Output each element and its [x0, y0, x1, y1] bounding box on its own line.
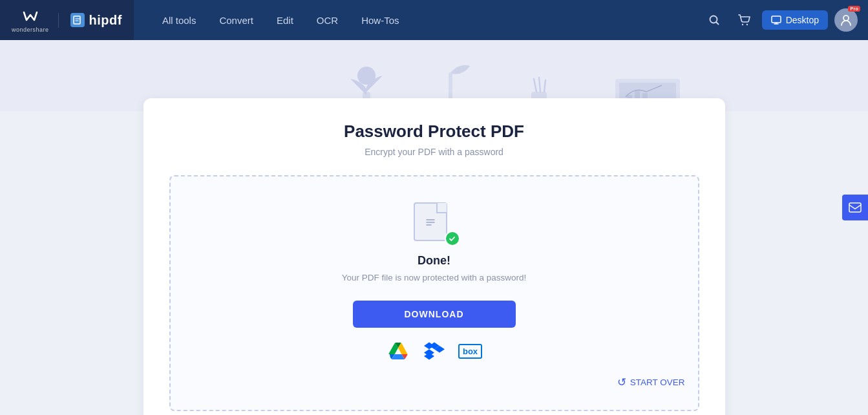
svg-point-2: [710, 16, 717, 23]
nav-all-tools[interactable]: All tools: [152, 10, 207, 31]
page-subtitle: Encrypt your PDF with a password: [169, 147, 699, 157]
nav-links: All tools Convert Edit OCR How-Tos: [152, 10, 703, 31]
navbar: wondershare hipdf All tools Convert Edit…: [0, 0, 868, 40]
nav-ocr[interactable]: OCR: [306, 10, 348, 31]
avatar: [834, 8, 858, 32]
svg-line-21: [539, 78, 540, 92]
search-button[interactable]: [703, 8, 726, 32]
nav-convert[interactable]: Convert: [209, 10, 264, 31]
svg-point-6: [843, 16, 849, 21]
checkmark-icon: [448, 235, 456, 243]
desktop-button[interactable]: Desktop: [762, 10, 828, 30]
nav-how-tos[interactable]: How-Tos: [351, 10, 409, 31]
hipdf-icon: [70, 13, 85, 27]
nav-edit[interactable]: Edit: [266, 10, 304, 31]
wondershare-logo: wondershare: [12, 7, 49, 33]
dropzone: Done! Your PDF file is now protected wit…: [169, 175, 699, 411]
search-icon: [708, 14, 720, 26]
pdf-doc-icon: [414, 202, 447, 241]
svg-point-4: [746, 24, 747, 25]
hipdf-name: hipdf: [89, 13, 122, 28]
brand-area: wondershare hipdf: [0, 0, 134, 40]
done-desc: Your PDF file is now protected with a pa…: [342, 273, 526, 282]
svg-rect-31: [849, 203, 861, 212]
done-icon-wrap: [414, 202, 455, 244]
done-label: Done!: [418, 254, 450, 268]
page-content: Password Protect PDF Encrypt your PDF wi…: [0, 111, 868, 415]
google-drive-icon: [388, 343, 408, 359]
cloud-save-buttons: box: [386, 339, 482, 363]
svg-point-9: [357, 67, 376, 85]
refresh-icon: ↺: [617, 376, 626, 389]
wondershare-icon: [20, 7, 41, 25]
svg-line-20: [534, 79, 536, 92]
wondershare-label: wondershare: [12, 27, 49, 33]
start-over-button[interactable]: ↺ START OVER: [184, 376, 685, 389]
page-title: Password Protect PDF: [169, 122, 699, 142]
svg-rect-5: [772, 16, 781, 23]
svg-rect-1: [74, 16, 80, 24]
google-drive-button[interactable]: [386, 339, 410, 363]
mail-icon: [849, 202, 862, 213]
desktop-label: Desktop: [786, 15, 819, 25]
download-button[interactable]: DOWNLOAD: [353, 301, 516, 328]
main-card: Password Protect PDF Encrypt your PDF wi…: [143, 98, 725, 415]
pdf-lines-icon: [423, 215, 438, 229]
hipdf-brand: hipdf: [58, 13, 122, 28]
cart-button[interactable]: [732, 8, 756, 32]
check-badge: [445, 231, 460, 246]
desktop-icon: [771, 15, 781, 25]
box-button[interactable]: box: [459, 339, 482, 363]
floating-mail-button[interactable]: [842, 195, 868, 220]
box-icon: box: [458, 344, 482, 359]
start-over-label: START OVER: [630, 378, 685, 387]
svg-point-3: [741, 24, 743, 25]
nav-actions: Desktop Pro: [703, 8, 868, 32]
user-icon: [840, 14, 852, 27]
svg-line-22: [544, 80, 545, 92]
avatar-button[interactable]: Pro: [834, 8, 858, 32]
dropbox-icon: [424, 342, 445, 360]
pro-badge: Pro: [848, 6, 860, 12]
dropbox-button[interactable]: [423, 339, 446, 363]
cart-icon: [737, 14, 750, 27]
